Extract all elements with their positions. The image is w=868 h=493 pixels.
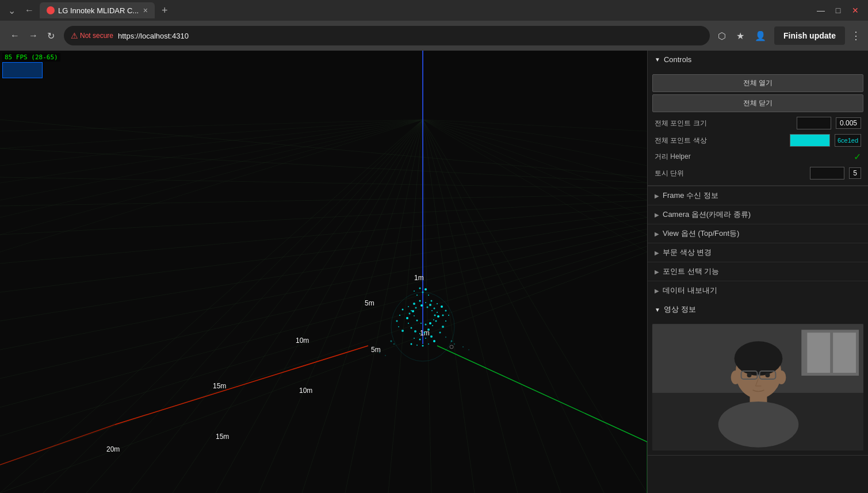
svg-point-65	[437, 312, 438, 313]
svg-point-113	[411, 343, 412, 345]
svg-point-96	[411, 310, 412, 311]
point-select-arrow: ▶	[655, 269, 659, 275]
data-export-arrow: ▶	[655, 288, 659, 294]
controls-body: 전체 열기 전체 닫기 전체 포인트 크기 0.005 전체 포인트 색상 6c…	[648, 68, 868, 185]
svg-point-81	[442, 315, 444, 316]
svg-point-73	[411, 327, 412, 329]
svg-point-137	[735, 341, 783, 376]
video-feed-svg	[652, 324, 863, 450]
svg-point-58	[402, 309, 404, 311]
point-color-row: 전체 포인트 색상 6ce1ed	[648, 132, 868, 149]
point-size-input[interactable]	[797, 117, 831, 129]
svg-point-86	[422, 292, 424, 293]
video-preview-section	[648, 319, 868, 455]
svg-point-100	[431, 310, 433, 311]
svg-point-112	[430, 335, 433, 338]
display-unit-label: 토시 단위	[655, 169, 805, 178]
not-secure-label: Not secure	[80, 32, 113, 40]
nav-back-small[interactable]: ←	[21, 4, 37, 17]
svg-point-125	[462, 346, 464, 347]
window-controls: — □ ✕	[813, 2, 863, 18]
open-all-btn[interactable]: 전체 열기	[652, 74, 863, 92]
camera-options-arrow: ▶	[655, 212, 659, 218]
back-btn[interactable]: ←	[7, 28, 23, 43]
point-select-section[interactable]: ▶ 포인트 선택 기능	[648, 262, 868, 281]
video-chevron: ▼	[655, 307, 660, 313]
svg-point-117	[433, 340, 435, 342]
svg-point-109	[414, 338, 415, 339]
svg-point-102	[433, 319, 434, 320]
svg-point-99	[427, 307, 429, 308]
bookmark-btn[interactable]: ★	[734, 28, 747, 44]
profile-btn[interactable]: 👤	[752, 28, 768, 44]
toolbar-right: ⬡ ★ 👤 Finish update ⋮	[716, 26, 861, 45]
reload-btn[interactable]: ↻	[44, 28, 58, 44]
svg-point-123	[379, 352, 380, 353]
svg-point-90	[414, 291, 415, 292]
svg-point-83	[442, 326, 444, 328]
svg-rect-132	[807, 333, 830, 373]
cast-btn[interactable]: ⬡	[716, 28, 728, 44]
tab-list-btn[interactable]: ⌄	[5, 4, 19, 17]
color-change-arrow: ▶	[655, 250, 659, 256]
view-options-arrow: ▶	[655, 231, 659, 237]
dist-20m: 20m	[106, 445, 120, 453]
dist-5m: 5m	[365, 299, 374, 307]
browser-chrome: ⌄ ← LG Innotek MLIDAR C... × + — □ ✕ ← →…	[0, 0, 868, 51]
camera-options-section[interactable]: ▶ Camera 옵션(카메라 종류)	[648, 205, 868, 224]
finish-update-btn[interactable]: Finish update	[774, 26, 845, 45]
new-tab-btn[interactable]: +	[157, 3, 173, 18]
svg-point-106	[416, 320, 418, 322]
video-section: ▼ 영상 정보	[648, 300, 868, 456]
frame-info-section[interactable]: ▶ Frame 수신 정보	[648, 186, 868, 205]
viewport-3d[interactable]: 85 FPS (28-65)	[0, 51, 647, 493]
maximize-btn[interactable]: □	[830, 2, 846, 18]
frame-info-label: Frame 수신 정보	[663, 190, 718, 201]
point-select-label: 포인트 선택 기능	[663, 266, 719, 277]
minimize-btn[interactable]: —	[813, 2, 829, 18]
svg-point-92	[437, 303, 438, 304]
close-btn[interactable]: ✕	[847, 2, 863, 18]
svg-point-103	[429, 322, 431, 324]
svg-point-107	[414, 315, 415, 316]
dist-1m: 1m	[414, 274, 424, 282]
menu-btn[interactable]: ⋮	[851, 29, 861, 42]
svg-point-124	[385, 355, 386, 356]
svg-point-142	[765, 373, 770, 377]
color-swatch[interactable]	[790, 134, 830, 147]
nav-buttons: ← → ↻	[7, 28, 58, 44]
right-panel: ▼ Controls 전체 열기 전체 닫기 전체 포인트 크기 0.005 전…	[647, 51, 868, 493]
svg-point-88	[425, 288, 427, 291]
svg-point-80	[402, 330, 404, 332]
color-change-section[interactable]: ▶ 부문 색상 변경	[648, 243, 868, 262]
view-options-section[interactable]: ▶ View 옵션 (Top/Font등)	[648, 224, 868, 243]
security-dot: ⚠	[71, 31, 78, 40]
url-bar[interactable]: ⚠ Not secure https://localhost:4310	[64, 26, 710, 45]
forward-btn[interactable]: →	[25, 28, 41, 43]
svg-point-110	[419, 339, 421, 341]
display-unit-input[interactable]	[810, 167, 844, 179]
view-options-label: View 옵션 (Top/Font등)	[663, 228, 739, 239]
video-info-label: 영상 정보	[664, 304, 696, 315]
close-all-btn[interactable]: 전체 닫기	[652, 94, 863, 112]
svg-point-72	[414, 330, 416, 333]
video-header[interactable]: ▼ 영상 정보	[648, 300, 868, 319]
active-tab[interactable]: LG Innotek MLIDAR C... ×	[40, 2, 155, 18]
svg-point-79	[398, 326, 399, 327]
svg-point-75	[406, 317, 408, 319]
svg-point-67	[435, 320, 437, 322]
svg-point-104	[425, 324, 427, 326]
svg-point-108	[412, 310, 414, 312]
svg-point-114	[416, 345, 418, 346]
distance-helper-checkbox[interactable]: ✓	[854, 151, 861, 162]
controls-header[interactable]: ▼ Controls	[648, 51, 868, 68]
svg-point-62	[425, 302, 426, 303]
svg-point-144	[777, 370, 786, 384]
svg-point-111	[425, 338, 426, 339]
tab-close-btn[interactable]: ×	[143, 6, 148, 15]
svg-point-68	[432, 325, 433, 326]
svg-rect-133	[833, 333, 856, 373]
data-export-section[interactable]: ▶ 데이터 내보내기	[648, 281, 868, 300]
svg-point-71	[419, 333, 420, 334]
color-change-label: 부문 색상 변경	[663, 247, 712, 258]
